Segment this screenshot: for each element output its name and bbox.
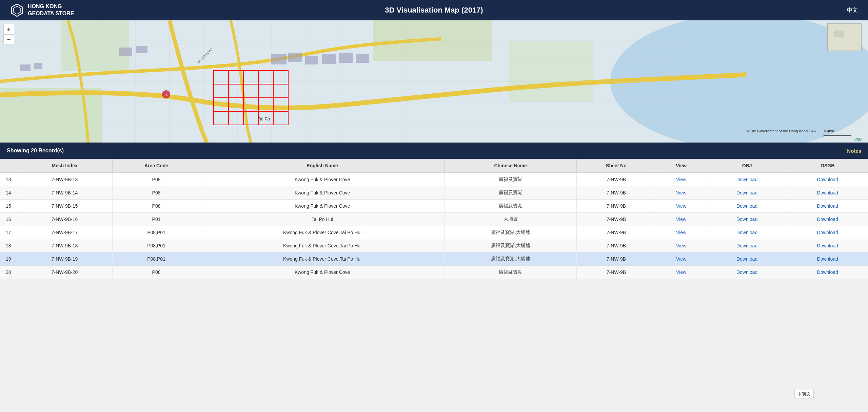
logo-text: HONG KONG GEODATA STORE xyxy=(28,3,74,17)
row-chinese: 廣福及寶湖 xyxy=(444,266,577,279)
row-obj-link-anchor[interactable]: Download xyxy=(736,230,757,235)
row-num: 19 xyxy=(0,252,17,266)
row-osgb-link[interactable]: Download xyxy=(787,252,868,266)
status-bar: Showing 20 Record(s) Notes xyxy=(0,143,868,159)
row-mesh: 7-NW-9B-14 xyxy=(17,186,112,200)
row-osgb-link[interactable]: Download xyxy=(787,226,868,239)
row-view-link[interactable]: View xyxy=(656,186,707,200)
row-view-link-anchor[interactable]: View xyxy=(676,203,686,209)
row-obj-link-anchor[interactable]: Download xyxy=(736,256,757,262)
row-view-link[interactable]: View xyxy=(656,239,707,252)
row-obj-link[interactable]: Download xyxy=(707,186,787,200)
col-view: View xyxy=(656,159,707,173)
zoom-out-button[interactable]: − xyxy=(4,34,14,44)
svg-rect-26 xyxy=(34,63,42,69)
map-container: Tai Po TAI WO ROAD ✕ © The Government of… xyxy=(0,20,868,143)
row-sheet: 7-NW-9B xyxy=(577,200,656,213)
row-view-link[interactable]: View xyxy=(656,200,707,213)
row-view-link[interactable]: View xyxy=(656,226,707,239)
row-num: 18 xyxy=(0,239,17,252)
row-obj-link[interactable]: Download xyxy=(707,266,787,279)
zoom-in-button[interactable]: + xyxy=(4,24,14,34)
row-view-link-anchor[interactable]: View xyxy=(676,256,686,262)
logo-icon xyxy=(10,3,24,17)
svg-rect-25 xyxy=(20,64,31,71)
svg-rect-31 xyxy=(305,56,318,64)
svg-text:✕: ✕ xyxy=(165,93,168,97)
svg-text:Tai Po: Tai Po xyxy=(258,116,270,121)
row-view-link-anchor[interactable]: View xyxy=(676,243,686,248)
row-obj-link[interactable]: Download xyxy=(707,252,787,266)
row-obj-link-anchor[interactable]: Download xyxy=(736,177,757,182)
lang-tooltip[interactable]: 中/英文 xyxy=(794,390,814,398)
row-osgb-link-anchor[interactable]: Download xyxy=(817,203,838,209)
map-svg: Tai Po TAI WO ROAD ✕ © The Government of… xyxy=(0,20,868,143)
row-view-link-anchor[interactable]: View xyxy=(676,269,686,275)
row-osgb-link-anchor[interactable]: Download xyxy=(817,177,838,182)
row-obj-link-anchor[interactable]: Download xyxy=(736,269,757,275)
row-num: 15 xyxy=(0,200,17,213)
row-english: Kwong Fuk & Plover Cove xyxy=(200,173,444,186)
row-chinese: 廣福及寶湖,大埔墟 xyxy=(444,226,577,239)
row-chinese: 廣福及寶湖,大埔墟 xyxy=(444,252,577,266)
row-obj-link[interactable]: Download xyxy=(707,226,787,239)
row-osgb-link-anchor[interactable]: Download xyxy=(817,256,838,262)
row-chinese: 廣福及寶湖,大埔墟 xyxy=(444,239,577,252)
row-obj-link[interactable]: Download xyxy=(707,213,787,226)
row-obj-link-anchor[interactable]: Download xyxy=(736,190,757,195)
table-row: 177-NW-9B-17P08,P01Kwong Fuk & Plover Co… xyxy=(0,226,868,239)
row-area: P08 xyxy=(112,266,200,279)
table-row: 207-NW-9B-20P08Kwong Fuk & Plover Cove廣福… xyxy=(0,266,868,279)
row-osgb-link-anchor[interactable]: Download xyxy=(817,269,838,275)
row-num: 20 xyxy=(0,266,17,279)
svg-rect-7 xyxy=(509,41,593,102)
header: HONG KONG GEODATA STORE 3D Visualisation… xyxy=(0,0,868,20)
row-osgb-link[interactable]: Download xyxy=(787,239,868,252)
row-osgb-link-anchor[interactable]: Download xyxy=(817,190,838,195)
table-header-row: Mesh Index Area Code English Name Chines… xyxy=(0,159,868,173)
row-view-link-anchor[interactable]: View xyxy=(676,177,686,182)
data-table-container: Mesh Index Area Code English Name Chines… xyxy=(0,159,868,279)
row-view-link[interactable]: View xyxy=(656,173,707,186)
row-num: 14 xyxy=(0,186,17,200)
col-sheet-no: Sheet No xyxy=(577,159,656,173)
row-view-link-anchor[interactable]: View xyxy=(676,190,686,195)
row-area: P08,P01 xyxy=(112,252,200,266)
row-obj-link[interactable]: Download xyxy=(707,200,787,213)
col-area-code: Area Code xyxy=(112,159,200,173)
row-area: P08,P01 xyxy=(112,239,200,252)
row-osgb-link[interactable]: Download xyxy=(787,266,868,279)
row-mesh: 7-NW-9B-15 xyxy=(17,200,112,213)
svg-text:© The Government of the Hong K: © The Government of the Hong Kong SAR xyxy=(746,129,816,133)
row-chinese: 廣福及寶湖 xyxy=(444,200,577,213)
col-mesh-index: Mesh Index xyxy=(17,159,112,173)
svg-rect-27 xyxy=(119,48,132,56)
row-osgb-link-anchor[interactable]: Download xyxy=(817,230,838,235)
row-view-link-anchor[interactable]: View xyxy=(676,230,686,235)
row-obj-link[interactable]: Download xyxy=(707,239,787,252)
svg-rect-33 xyxy=(339,53,353,63)
row-view-link[interactable]: View xyxy=(656,213,707,226)
row-sheet: 7-NW-9B xyxy=(577,173,656,186)
row-obj-link-anchor[interactable]: Download xyxy=(736,217,757,222)
row-obj-link[interactable]: Download xyxy=(707,173,787,186)
row-view-link[interactable]: View xyxy=(656,266,707,279)
row-sheet: 7-NW-9B xyxy=(577,186,656,200)
row-english: Kwong Fuk & Plover Cove xyxy=(200,186,444,200)
row-obj-link-anchor[interactable]: Download xyxy=(736,243,757,248)
row-osgb-link[interactable]: Download xyxy=(787,186,868,200)
row-view-link-anchor[interactable]: View xyxy=(676,217,686,222)
row-view-link[interactable]: View xyxy=(656,252,707,266)
row-osgb-link[interactable]: Download xyxy=(787,173,868,186)
language-toggle[interactable]: 中文 xyxy=(847,7,858,14)
col-num xyxy=(0,159,17,173)
row-osgb-link-anchor[interactable]: Download xyxy=(817,243,838,248)
row-osgb-link[interactable]: Download xyxy=(787,213,868,226)
row-obj-link-anchor[interactable]: Download xyxy=(736,203,757,209)
row-area: P08 xyxy=(112,186,200,200)
row-mesh: 7-NW-9B-18 xyxy=(17,239,112,252)
row-sheet: 7-NW-9B xyxy=(577,252,656,266)
row-osgb-link-anchor[interactable]: Download xyxy=(817,217,838,222)
row-osgb-link[interactable]: Download xyxy=(787,200,868,213)
row-chinese: 大埔墟 xyxy=(444,213,577,226)
